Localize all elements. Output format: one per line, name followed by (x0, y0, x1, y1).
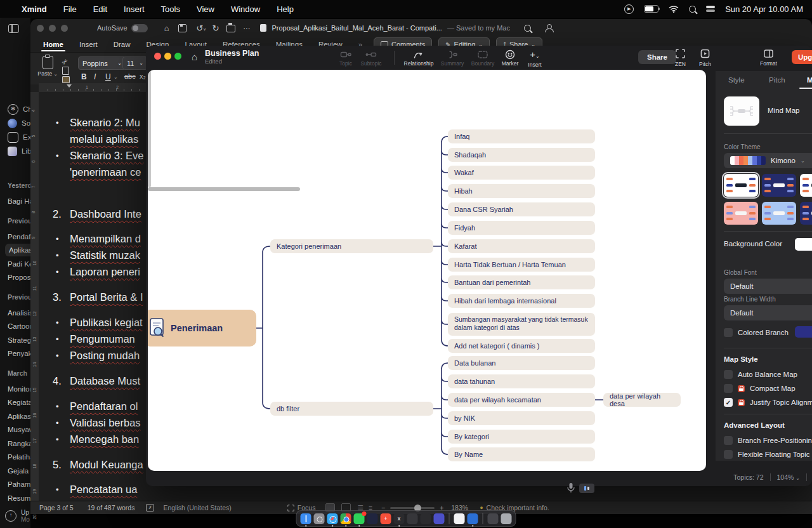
checkbox[interactable]: ✓ (724, 398, 733, 407)
dock-app-app-orange[interactable]: + (381, 513, 391, 524)
font-name-select[interactable]: Poppins⌄ (78, 56, 126, 70)
menu-bar-clock[interactable]: Sun 20 Apr 10.00 AM (725, 4, 803, 14)
bold-button[interactable]: B (81, 72, 87, 81)
dock-app-settings[interactable] (314, 513, 325, 524)
topic-kategori-penerimaan[interactable]: Kategori penerimaan (270, 239, 433, 253)
color-theme-select[interactable]: Kimono ⌄ (724, 153, 812, 168)
format-painter-icon[interactable] (62, 76, 70, 83)
proofing-icon[interactable]: ✗ (146, 504, 154, 512)
sidebar-item[interactable]: Aplikasi (8, 410, 30, 423)
font-size-select[interactable]: 11⌄ (122, 56, 148, 70)
topic-child[interactable]: Add net kategori ( dinamis ) (448, 339, 595, 353)
word-count[interactable]: 19 of 487 words (88, 504, 135, 512)
colored-branch-swatch[interactable] (795, 326, 812, 338)
topic-child[interactable]: Hibah (448, 184, 595, 198)
colored-branch-checkbox[interactable] (724, 328, 733, 337)
tab-draw[interactable]: Draw (114, 41, 131, 48)
toolbar-insert-button[interactable]: +⌄Insert (518, 50, 551, 68)
sidebar-item[interactable]: Gejala (8, 465, 30, 477)
topic-grandchild[interactable]: data per wilayah desa (603, 393, 681, 407)
theme-thumbnail[interactable] (724, 202, 758, 225)
topic-child[interactable]: Bantuan dari pemerintah (448, 275, 595, 289)
sidebar-nav-sora[interactable]: Sor (8, 117, 30, 129)
zoom-slider[interactable] (390, 507, 435, 509)
dock-app-finder[interactable] (301, 513, 311, 524)
sidebar-toggle-icon[interactable] (8, 24, 19, 33)
control-center-icon[interactable] (706, 6, 715, 13)
menu-item-view[interactable]: View (197, 4, 214, 14)
dock-app-chrome[interactable] (341, 513, 351, 524)
sidebar-item[interactable]: Resume (8, 492, 30, 505)
more-commands-icon[interactable]: ⋯ (243, 24, 250, 32)
menu-item-window[interactable]: Window (231, 4, 260, 14)
pitch-mode-button[interactable]: Pitch (699, 49, 711, 67)
checkbox[interactable] (724, 436, 733, 445)
sidebar-item[interactable]: Paham A (8, 478, 30, 491)
subscript-button[interactable]: x₂ (140, 72, 146, 80)
underline-chevron[interactable]: ⌄ (114, 74, 118, 80)
sidebar-item[interactable]: Bagi Has (8, 195, 30, 208)
sidebar-nav-explore[interactable]: Exp (8, 131, 30, 143)
topic-db-filter[interactable]: db filter (270, 402, 433, 416)
sidebar-item[interactable]: Musyaw (8, 423, 30, 436)
topic-child[interactable]: Wakaf (448, 166, 595, 180)
checkbox[interactable] (724, 384, 733, 393)
dock-app-notes[interactable] (454, 513, 465, 524)
tab-pitch[interactable]: Pitch (769, 76, 785, 84)
print-icon[interactable] (226, 25, 235, 32)
sidebar-item[interactable]: Monitori (8, 383, 30, 395)
search-icon[interactable] (524, 25, 531, 32)
theme-thumbnail-selected[interactable] (724, 174, 758, 197)
sidebar-item[interactable]: Penyakit (8, 347, 30, 360)
dock-app-folder[interactable] (407, 513, 418, 524)
tab-style[interactable]: Style (728, 76, 745, 84)
topic-child[interactable]: Sumbangan masyarakat yang tidak termasuk… (448, 313, 595, 336)
branch-line-width-select[interactable]: Default (724, 305, 812, 320)
home-icon[interactable]: ⌂ (192, 51, 197, 62)
indent-marker[interactable] (67, 84, 72, 88)
sidebar-item[interactable]: Aplikasi (5, 244, 30, 256)
zoom-button[interactable] (61, 25, 68, 32)
toolbar-relationship-button[interactable]: Relationship (402, 50, 435, 67)
music-menu-icon[interactable]: ▶ (624, 4, 634, 14)
sidebar-item[interactable]: Pelatiha (8, 451, 30, 463)
italic-button[interactable]: I (94, 72, 96, 81)
topic-child[interactable]: data per wilayah kecamatan (448, 393, 595, 407)
share-button[interactable]: Share (638, 50, 676, 64)
close-button[interactable] (37, 25, 44, 32)
sidebar-item[interactable]: Padi Ken (8, 258, 30, 270)
checkbox[interactable] (724, 370, 733, 379)
sidebar-item[interactable]: Rangkai (8, 437, 30, 450)
dock-app-app-navy[interactable] (367, 513, 378, 524)
dock-app-app-gray[interactable] (488, 513, 499, 524)
structure-thumbnail[interactable] (724, 96, 759, 126)
format-panel-button[interactable]: Format (760, 49, 777, 67)
autosave-toggle[interactable] (131, 24, 148, 32)
menu-item-insert[interactable]: Insert (124, 4, 145, 14)
upgrade-plan-button[interactable]: ↑UpMo (5, 510, 30, 522)
copy-icon[interactable] (62, 67, 69, 75)
theme-thumbnail[interactable] (762, 174, 796, 197)
cut-icon[interactable]: ✂ (60, 57, 70, 67)
global-font-select[interactable]: Default (724, 279, 812, 294)
language-indicator[interactable]: English (United States) (163, 504, 231, 512)
sidebar-item[interactable]: Pendafta (8, 230, 30, 243)
theme-thumbnail[interactable] (800, 174, 812, 197)
minimize-button[interactable] (49, 25, 56, 32)
topic-child[interactable]: Harta Tidak Bertuan / Harta Temuan (448, 258, 595, 272)
dock-app-trash[interactable] (501, 513, 512, 524)
share-user-icon[interactable] (545, 24, 553, 32)
dock-app-app-x[interactable]: x (394, 513, 405, 524)
vertical-scrollbar[interactable] (148, 70, 151, 187)
tab-map[interactable]: Map (807, 76, 812, 84)
mindmap-canvas[interactable]: PenerimaanKategori penerimaandb filterIn… (148, 70, 706, 471)
redo-icon[interactable]: ↻ (213, 23, 219, 33)
minimize-button[interactable] (164, 53, 171, 60)
wifi-icon[interactable] (669, 5, 679, 13)
paste-button[interactable]: Paste ⌄ (37, 56, 58, 77)
close-button[interactable] (154, 53, 161, 60)
menu-item-edit[interactable]: Edit (93, 4, 107, 14)
sidebar-item[interactable]: Proposa (8, 271, 30, 284)
dock-app-safari[interactable] (327, 513, 338, 524)
topic-child[interactable]: data tahunan (448, 374, 595, 388)
